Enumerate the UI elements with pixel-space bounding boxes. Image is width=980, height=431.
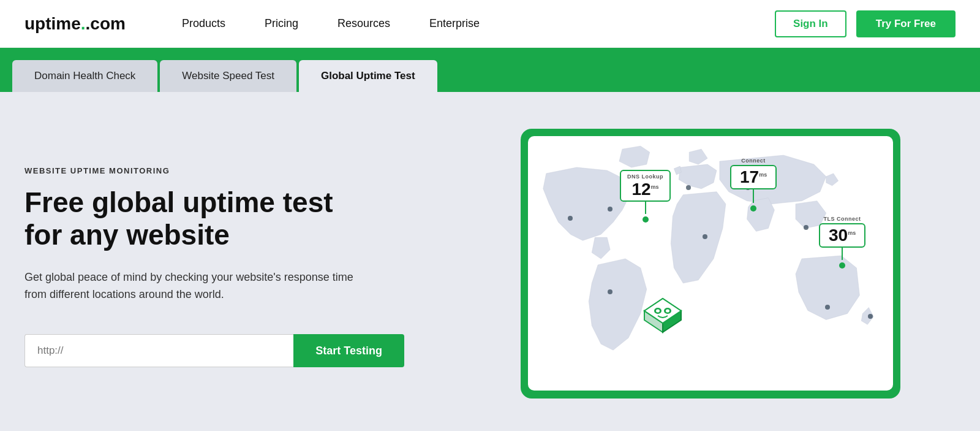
dns-dot (643, 216, 649, 223)
card-inner: DNS Lookup 12ms Connect 17ms (528, 136, 893, 391)
loc-dot-3 (608, 289, 612, 294)
dns-value: 12ms (627, 181, 663, 198)
svg-point-7 (666, 310, 669, 313)
dns-connector-line (645, 202, 646, 214)
metric-tls: TLS Connect 30ms (819, 216, 865, 269)
connect-label-top: Connect (741, 158, 766, 164)
signin-button[interactable]: Sign In (775, 10, 846, 37)
nav-actions: Sign In Try For Free (775, 10, 956, 37)
url-form: Start Testing (24, 334, 404, 367)
illustration-area: DNS Lookup 12ms Connect 17ms (478, 123, 943, 405)
tls-value: 30ms (829, 227, 856, 244)
loc-dot-2 (608, 207, 612, 212)
navbar: uptime..com Products Pricing Resources E… (0, 0, 980, 48)
hero-content: WEBSITE UPTIME MONITORING Free global up… (24, 123, 441, 405)
svg-point-6 (656, 310, 660, 313)
tab-speed-test[interactable]: Website Speed Test (160, 60, 296, 92)
metric-connect: Connect 17ms (730, 158, 777, 212)
tab-uptime-test[interactable]: Global Uptime Test (299, 60, 437, 92)
loc-dot-5 (703, 234, 707, 239)
tls-label-top: TLS Connect (824, 216, 861, 222)
tls-line (842, 248, 843, 260)
loc-dot-8 (825, 305, 830, 310)
illustration-card: DNS Lookup 12ms Connect 17ms (521, 129, 900, 399)
connect-box: 17ms (730, 165, 777, 189)
main-section: WEBSITE UPTIME MONITORING Free global up… (0, 92, 980, 431)
loc-dot-9 (868, 314, 873, 319)
tls-box: 30ms (819, 223, 865, 248)
tls-dot (839, 262, 845, 269)
tab-bar: Domain Health Check Website Speed Test G… (0, 48, 980, 92)
dns-label: DNS Lookup (627, 174, 663, 180)
hero-description: Get global peace of mind by checking you… (24, 269, 368, 304)
logo-text: uptime (24, 14, 81, 33)
nav-resources[interactable]: Resources (318, 17, 410, 30)
nav-links: Products Pricing Resources Enterprise (162, 17, 775, 30)
connect-value: 17ms (740, 169, 767, 186)
dns-box: DNS Lookup 12ms (620, 170, 671, 202)
logo-suffix: .com (86, 14, 126, 33)
loc-dot-1 (568, 216, 573, 221)
connect-line (753, 189, 754, 203)
logo[interactable]: uptime..com (24, 14, 126, 34)
metric-dns: DNS Lookup 12ms (620, 170, 671, 223)
banner: Domain Health Check Website Speed Test G… (0, 48, 980, 92)
logo-dot: . (81, 14, 86, 33)
nav-pricing[interactable]: Pricing (245, 17, 318, 30)
hero-headline: Free global uptime test for any website (24, 186, 441, 251)
tryfree-button[interactable]: Try For Free (856, 10, 956, 37)
url-input[interactable] (24, 334, 293, 367)
connect-dot (750, 205, 756, 212)
uptime-mascot (632, 274, 693, 335)
hero-subtitle: WEBSITE UPTIME MONITORING (24, 166, 441, 175)
nav-products[interactable]: Products (162, 17, 245, 30)
loc-dot-7 (804, 225, 809, 230)
start-testing-button[interactable]: Start Testing (293, 334, 404, 367)
loc-dot-4 (686, 185, 691, 190)
tab-domain-health[interactable]: Domain Health Check (12, 60, 157, 92)
nav-enterprise[interactable]: Enterprise (410, 17, 499, 30)
